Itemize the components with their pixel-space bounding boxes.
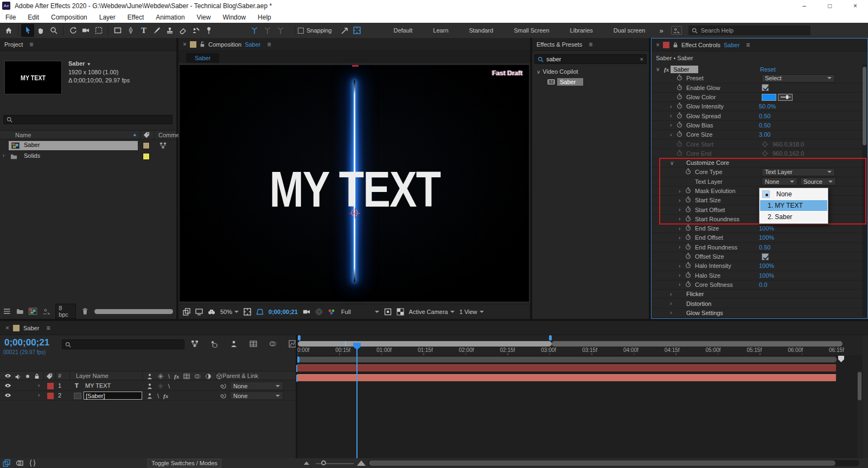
close-button[interactable]: × (843, 0, 868, 11)
effect-property-row[interactable]: ∨ Customize Core (652, 158, 862, 168)
zoom-out-icon[interactable] (304, 461, 309, 465)
toggle-layer-switches-icon[interactable] (3, 459, 10, 467)
layer-expander-icon[interactable]: › (38, 382, 40, 388)
zoom-in-icon[interactable] (357, 460, 366, 466)
color-swatch[interactable] (762, 94, 776, 101)
type-tool-icon[interactable]: T (137, 24, 150, 37)
shy-switch-icon[interactable] (146, 383, 153, 389)
scrollbar-thumb[interactable] (369, 460, 835, 466)
expander-icon[interactable]: › (679, 216, 685, 222)
parent-pickwhip-icon[interactable] (220, 383, 226, 389)
time-ruler[interactable]: 0:00f00:15f01:00f01:15f02:00f02:15f03:00… (297, 335, 863, 355)
label-color-swatch[interactable] (143, 142, 150, 149)
property-dropdown-secondary[interactable]: Source (800, 177, 836, 185)
layer-duration-bar[interactable] (297, 364, 836, 371)
horizontal-scrollbar[interactable] (94, 309, 173, 314)
property-dropdown[interactable]: Select (762, 74, 835, 82)
parent-pickwhip-icon[interactable] (220, 393, 226, 399)
lock-icon[interactable] (673, 42, 678, 48)
fast-previews-icon[interactable] (384, 308, 392, 316)
expander-icon[interactable]: › (3, 152, 4, 158)
pen-tool-icon[interactable] (124, 24, 137, 37)
roto-brush-tool-icon[interactable] (189, 24, 202, 37)
minimize-button[interactable]: – (792, 0, 817, 11)
anchor-point-crosshair[interactable] (351, 209, 358, 216)
collapse-switch-icon[interactable] (157, 373, 164, 380)
always-preview-icon[interactable] (183, 308, 190, 316)
label-column-icon[interactable] (46, 373, 53, 380)
puppet-pin-tool-icon[interactable] (202, 24, 215, 37)
effect-property-row[interactable]: › End Size 100% (652, 224, 862, 233)
shy-switch-icon[interactable] (146, 373, 153, 380)
workspace-tab[interactable]: Standard (469, 27, 494, 34)
workspace-tab[interactable]: Learn (433, 27, 448, 34)
flowchart-icon[interactable] (159, 142, 167, 149)
zoom-slider-knob[interactable] (321, 460, 326, 465)
effect-property-row[interactable]: › Glow Bias 0.50 (652, 121, 862, 130)
scrollbar-thumb[interactable] (858, 372, 861, 400)
property-checkbox[interactable] (762, 253, 769, 260)
expander-icon[interactable]: › (670, 132, 676, 138)
stopwatch-icon[interactable] (676, 140, 685, 148)
menu-item[interactable]: Layer (99, 14, 116, 21)
pan-behind-tool-icon[interactable] (92, 24, 105, 37)
workspace-overflow-icon[interactable]: » (659, 27, 663, 35)
workspace-tab[interactable]: Small Screen (514, 27, 549, 34)
effect-property-row[interactable]: › Glow Settings (652, 309, 862, 318)
stopwatch-icon[interactable] (676, 131, 685, 138)
property-dropdown[interactable]: Text Layer (762, 168, 835, 176)
stopwatch-icon[interactable] (676, 84, 685, 92)
property-dropdown[interactable]: None (762, 177, 797, 185)
expander-icon[interactable]: › (679, 244, 685, 250)
panel-menu-icon[interactable]: ≡ (267, 41, 271, 48)
panel-menu-icon[interactable]: ≡ (589, 41, 592, 48)
expander-icon[interactable]: ∨ (670, 160, 676, 166)
eyedropper-slider-icon[interactable] (778, 94, 793, 101)
effect-property-row[interactable]: › Start Size (652, 196, 862, 205)
property-value[interactable]: 100% (759, 234, 774, 241)
composition-mini-flowchart-icon[interactable] (191, 340, 199, 348)
effect-item-row[interactable]: 32 Saber (547, 78, 583, 86)
lock-open-icon[interactable] (200, 41, 205, 48)
close-icon[interactable]: × (183, 41, 187, 48)
item-name[interactable]: Solids (24, 152, 40, 159)
panel-menu-icon[interactable]: ≡ (46, 324, 50, 332)
panel-menu-icon[interactable]: ≡ (29, 41, 33, 48)
stopwatch-icon[interactable] (685, 272, 693, 279)
effect-property-row[interactable]: Preset Select (652, 74, 862, 83)
effect-property-row[interactable]: Core End 960.0,162.0 (652, 149, 862, 158)
stopwatch-icon[interactable] (676, 74, 685, 82)
effect-property-row[interactable]: › Distortion (652, 299, 862, 308)
view-axis-mode-icon[interactable] (274, 24, 287, 37)
effect-property-row[interactable]: Glow Color (652, 93, 862, 102)
frame-blend-switch-icon[interactable] (183, 373, 190, 380)
expander-icon[interactable]: › (679, 197, 685, 203)
sort-ascending-icon[interactable]: ▲ (132, 132, 137, 137)
label-color-swatch[interactable] (143, 153, 150, 160)
audio-column-icon[interactable] (15, 373, 21, 381)
property-value[interactable]: 0.50 (759, 113, 770, 119)
expander-icon[interactable]: › (679, 235, 685, 241)
stopwatch-icon[interactable] (676, 150, 685, 157)
view-layout-icon[interactable] (208, 308, 215, 316)
menu-item[interactable]: Help (258, 14, 271, 21)
effect-property-row[interactable]: › Halo Intensity 100% (652, 261, 862, 271)
label-column-icon[interactable] (143, 132, 150, 138)
effect-property-row[interactable]: Enable Glow (652, 84, 862, 93)
panel-menu-icon[interactable]: ≡ (746, 41, 750, 49)
project-item-row[interactable]: › Solids (0, 151, 176, 162)
vertical-scrollbar[interactable] (857, 371, 862, 458)
property-value[interactable]: 100% (759, 262, 774, 269)
snapping-checkbox[interactable] (298, 28, 304, 34)
effect-property-row[interactable]: › Start Offset (652, 205, 862, 214)
info-comp-name[interactable]: Saber (68, 60, 85, 67)
video-column-icon[interactable] (4, 373, 11, 379)
hand-tool-icon[interactable] (34, 24, 47, 37)
stopwatch-icon[interactable] (685, 281, 693, 289)
dropdown-option[interactable]: 1. MY TEXT (760, 200, 827, 211)
effects-presets-tab[interactable]: Effects & Presets ≡ (532, 38, 649, 51)
property-value[interactable]: 100% (759, 225, 774, 232)
effect-property-row[interactable]: › Glow Intensity 50.0% (652, 102, 862, 111)
expander-icon[interactable]: › (670, 300, 676, 306)
effects-search-input[interactable]: saber × (534, 54, 647, 64)
